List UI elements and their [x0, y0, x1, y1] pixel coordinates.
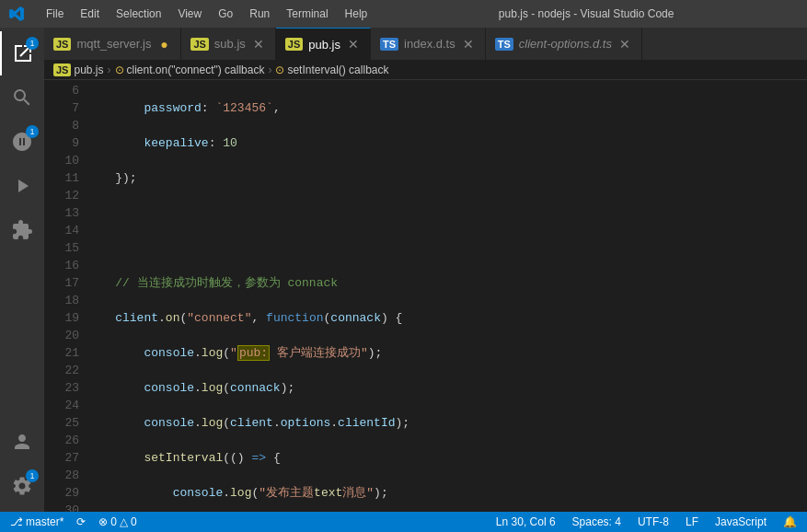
menu-terminal[interactable]: Terminal: [279, 6, 335, 22]
warning-count: 0: [131, 515, 137, 528]
tab-client-options-d[interactable]: TS client-options.d.ts ✕: [486, 28, 642, 60]
breadcrumb-sep1: ›: [108, 64, 111, 76]
status-errors[interactable]: ⊗ 0 △ 0: [96, 515, 139, 528]
error-count: 0: [110, 515, 117, 528]
status-cursor[interactable]: Ln 30, Col 6: [493, 515, 559, 528]
breadcrumb-sep2: ›: [268, 64, 271, 76]
error-icon: ⊗: [98, 515, 108, 528]
status-encoding[interactable]: UTF-8: [635, 515, 672, 528]
status-language[interactable]: JavaScript: [712, 515, 769, 528]
notification-icon: 🔔: [783, 515, 797, 528]
branch-name: master*: [26, 515, 63, 528]
tab-close-pub[interactable]: ✕: [346, 37, 361, 52]
window-title: pub.js - nodejs - Visual Studio Code: [375, 7, 798, 20]
tab-pub[interactable]: JS pub.js ✕: [276, 28, 371, 60]
breadcrumb-icon2: ⊙: [275, 64, 284, 76]
status-notifications[interactable]: 🔔: [780, 515, 800, 528]
tab-label-index-d: index.d.ts: [404, 37, 455, 51]
menu-help[interactable]: Help: [338, 6, 375, 22]
status-sync[interactable]: ⟳: [74, 515, 88, 528]
status-bar: ⎇ master* ⟳ ⊗ 0 △ 0 Ln 30, Col 6 Spaces:…: [0, 512, 807, 532]
tab-label-pub: pub.js: [308, 38, 340, 52]
tab-mqtt-server[interactable]: JS mqtt_server.js ●: [44, 28, 181, 60]
language-label: JavaScript: [715, 515, 767, 528]
breadcrumb-path1[interactable]: client.on("connect") callback: [127, 64, 265, 76]
breadcrumb-file[interactable]: pub.js: [74, 64, 103, 76]
title-bar: File Edit Selection View Go Run Terminal…: [0, 0, 807, 28]
code-editor[interactable]: 6 7 8 9 10 11 12 13 14 15 16 17 18 19 20…: [44, 80, 807, 512]
line-ending-label: LF: [686, 515, 698, 528]
breadcrumb-js-icon: JS: [53, 64, 71, 76]
status-branch[interactable]: ⎇ master*: [7, 515, 66, 528]
activity-item-extensions[interactable]: [0, 208, 44, 252]
breadcrumb-path2[interactable]: setInterval() callback: [287, 64, 388, 76]
settings-badge: 1: [26, 469, 39, 482]
menu-edit[interactable]: Edit: [73, 6, 107, 22]
menu-run[interactable]: Run: [242, 6, 277, 22]
explorer-badge: 1: [26, 37, 39, 50]
ts-icon: TS: [380, 38, 398, 51]
status-spaces[interactable]: Spaces: 4: [570, 515, 624, 528]
tab-close-mqtt-server[interactable]: ●: [156, 37, 171, 52]
menu-file[interactable]: File: [39, 6, 71, 22]
status-right: Ln 30, Col 6 Spaces: 4 UTF-8 LF JavaScri…: [493, 515, 800, 528]
cursor-position: Ln 30, Col 6: [496, 515, 556, 528]
activity-item-search[interactable]: [0, 75, 44, 120]
breadcrumb: JS pub.js › ⊙ client.on("connect") callb…: [44, 60, 807, 80]
activity-bar: 1 1 1: [0, 28, 44, 512]
tab-close-index-d[interactable]: ✕: [461, 37, 476, 52]
tab-label-client-options-d: client-options.d.ts: [519, 37, 612, 51]
tab-sub[interactable]: JS sub.js ✕: [181, 28, 275, 60]
tab-label-mqtt-server: mqtt_server.js: [76, 37, 151, 51]
tab-label-sub: sub.js: [214, 37, 246, 51]
status-left: ⎇ master* ⟳ ⊗ 0 △ 0: [7, 515, 140, 528]
js-icon: JS: [285, 38, 303, 51]
tab-close-sub[interactable]: ✕: [251, 37, 266, 52]
editor-area: JS mqtt_server.js ● JS sub.js ✕ JS pub.j…: [44, 28, 807, 512]
menu-view[interactable]: View: [170, 6, 209, 22]
code-content[interactable]: password: `123456`, keepalive: 10 }); //…: [86, 80, 807, 512]
menu-selection[interactable]: Selection: [109, 6, 168, 22]
git-branch-icon: ⎇: [10, 515, 23, 528]
sync-icon: ⟳: [76, 515, 86, 528]
line-numbers: 6 7 8 9 10 11 12 13 14 15 16 17 18 19 20…: [44, 80, 86, 512]
tab-bar: JS mqtt_server.js ● JS sub.js ✕ JS pub.j…: [44, 28, 807, 60]
activity-item-explorer[interactable]: 1: [0, 31, 44, 75]
encoding-label: UTF-8: [638, 515, 669, 528]
source-control-badge: 1: [26, 125, 39, 138]
tab-close-client-options-d[interactable]: ✕: [617, 37, 632, 52]
js-icon: JS: [190, 38, 208, 51]
status-line-ending[interactable]: LF: [683, 515, 701, 528]
menu-go[interactable]: Go: [211, 6, 240, 22]
activity-item-settings[interactable]: 1: [0, 464, 44, 508]
activity-item-run[interactable]: [0, 164, 44, 208]
activity-item-source-control[interactable]: 1: [0, 120, 44, 164]
js-icon: JS: [53, 38, 71, 51]
warning-icon: △: [120, 515, 128, 528]
activity-item-account[interactable]: [0, 420, 44, 464]
ts-icon: TS: [495, 38, 513, 51]
vscode-icon: [9, 6, 24, 21]
spaces-label: Spaces: 4: [572, 515, 621, 528]
menu-bar: File Edit Selection View Go Run Terminal…: [39, 6, 375, 22]
tab-index-d[interactable]: TS index.d.ts ✕: [371, 28, 486, 60]
breadcrumb-icon1: ⊙: [115, 64, 124, 76]
